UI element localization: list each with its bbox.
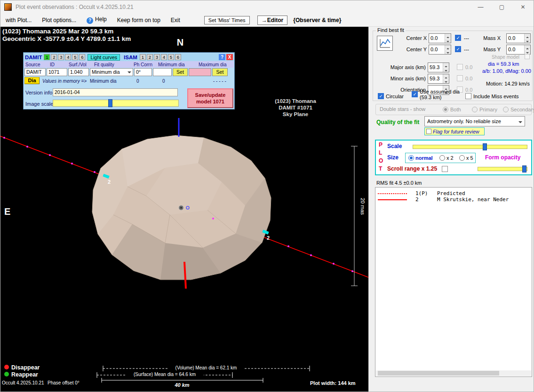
damit-tab-3[interactable]: 3	[58, 54, 64, 60]
damit-help-button[interactable]: ?	[219, 54, 225, 60]
minor-axis-checkbox[interactable]	[457, 75, 463, 81]
isam-label: ISAM	[124, 55, 137, 60]
plot-letter-t: T	[379, 165, 382, 172]
isam-tab-3[interactable]: 3	[154, 54, 160, 60]
image-scale-slider-thumb[interactable]	[108, 99, 112, 107]
observation-number: 2	[415, 196, 437, 203]
size-normal-radio[interactable]	[408, 155, 414, 161]
include-miss-checkbox[interactable]	[465, 93, 471, 99]
flag-review-checkbox[interactable]	[426, 129, 431, 134]
size-x2-radio[interactable]	[439, 155, 445, 161]
double-both-label: Both	[450, 107, 461, 112]
version-info-label: Version info	[25, 90, 52, 95]
minimum-dia-cell[interactable]	[153, 68, 172, 76]
scale-slider-thumb[interactable]	[483, 143, 487, 150]
ph-corrn-cell[interactable]: 0°	[134, 68, 152, 76]
rms-fit-label: RMS fit 4.5 ±0.0 km	[376, 180, 422, 186]
menu-with-plot[interactable]: with Plot...	[0, 17, 37, 24]
scrollbar-thumb[interactable]	[378, 371, 499, 376]
scroll-range-label: Scroll range x 1.25	[387, 165, 437, 172]
col-source: Source	[25, 62, 40, 67]
right-panel: Find best fit Center X 0.0 --- Mass X 0.…	[368, 27, 534, 392]
damit-label: DAMIT	[25, 55, 42, 60]
predicted-line-icon	[378, 193, 407, 194]
scale-slider[interactable]	[413, 145, 527, 149]
image-scale-slider[interactable]	[53, 100, 179, 107]
minimize-button[interactable]: —	[470, 0, 491, 14]
app-icon	[4, 3, 12, 11]
set-maximum-button[interactable]: Set	[212, 68, 228, 76]
isam-tab-2[interactable]: 2	[147, 54, 153, 60]
quality-dropdown[interactable]: Astrometry only. No reliable size	[424, 116, 525, 126]
dia-button[interactable]: Dia	[24, 77, 40, 84]
editor-button[interactable]: →Editor	[257, 16, 288, 25]
fit-quality-dropdown[interactable]: Minimum dia	[90, 68, 133, 76]
scroll-range-checkbox[interactable]	[442, 166, 448, 172]
shape-model-checkbox[interactable]	[525, 54, 530, 59]
col-fit-quality: Fit quality	[94, 62, 114, 67]
best-fit-chart-button[interactable]	[377, 36, 393, 51]
legend-disappear: Disappear	[11, 364, 40, 371]
close-button[interactable]: ✕	[512, 0, 534, 14]
list-horizontal-scrollbar[interactable]	[376, 370, 531, 376]
col-maximum-dia: Maximum dia	[199, 62, 226, 67]
sky-plane-canvas[interactable]: 2 2 (1023) Thomana 2025 Mar 20 59.3 km G…	[0, 27, 368, 392]
damit-tab-6[interactable]: 6	[79, 54, 85, 60]
size-normal-label: normal	[415, 155, 433, 161]
flag-review-box[interactable]: Flag for future review	[424, 127, 485, 135]
center-y-checkbox[interactable]	[455, 46, 461, 52]
minor-axis-spinner[interactable]: 59.3	[428, 74, 449, 84]
center-y-spinner[interactable]: 0.0	[429, 45, 451, 55]
damit-close-button[interactable]: X	[226, 54, 233, 60]
light-curves-button[interactable]: Light curves	[88, 54, 120, 61]
observation-name: Predicted	[437, 190, 465, 196]
angular-scale-bar	[351, 146, 358, 286]
maximize-button[interactable]: ▢	[491, 0, 512, 14]
damit-tab-4[interactable]: 4	[65, 54, 71, 60]
major-axis-spinner[interactable]: 59.3	[428, 63, 449, 72]
isam-tab-4[interactable]: 4	[161, 54, 167, 60]
observed-line-icon	[378, 199, 407, 200]
set-minimum-button[interactable]: Set	[173, 68, 188, 76]
observations-list[interactable]: 1(P) Predicted 2 M Skrutskie, near Neder	[375, 187, 532, 377]
double-primary-label: Primary	[479, 107, 497, 112]
col-minimum-dia: Minimum dia	[158, 62, 185, 67]
center-x-checkbox[interactable]	[455, 35, 461, 41]
major-axis-checkbox[interactable]	[457, 64, 463, 70]
maximum-dia-cell[interactable]	[189, 68, 211, 76]
double-primary-radio[interactable]	[472, 107, 478, 112]
form-opacity-slider[interactable]	[478, 167, 527, 171]
mass-x-spinner[interactable]: 0.0	[506, 33, 531, 43]
isam-tab-6[interactable]: 6	[175, 54, 181, 60]
menu-keep-on-top[interactable]: Keep form on top	[112, 17, 166, 24]
isam-tab-1[interactable]: 1	[140, 54, 146, 60]
set-miss-times-button[interactable]: Set 'Miss' Times	[204, 16, 250, 24]
circular-checkbox[interactable]	[378, 93, 384, 99]
damit-panel[interactable]: DAMIT 1 2 3 4 5 6 Light curves ISAM 1 2 …	[23, 52, 235, 110]
isam-tab-5[interactable]: 5	[168, 54, 174, 60]
list-item[interactable]: 2 M Skrutskie, near Neder	[378, 196, 531, 203]
major-axis-alt: 0.0	[465, 64, 472, 70]
orientation-alt: 0.0	[465, 87, 472, 93]
damit-tab-5[interactable]: 5	[72, 54, 78, 60]
observer-time-label[interactable]: {Observer & time}	[293, 17, 341, 24]
id-cell[interactable]: 1071	[47, 68, 67, 76]
damit-tab-1[interactable]: 1	[44, 54, 50, 60]
mass-y-spinner[interactable]: 0.0	[506, 45, 531, 55]
memory-minimum: 0	[162, 78, 165, 84]
use-assumed-checkbox[interactable]	[412, 91, 418, 97]
size-x5-radio[interactable]	[459, 155, 465, 161]
memory-fit-quality: Minimum dia	[90, 78, 117, 84]
menu-help[interactable]: ?Help	[81, 16, 112, 24]
list-item[interactable]: 1(P) Predicted	[378, 190, 531, 196]
menu-plot-options[interactable]: Plot options...	[37, 17, 81, 24]
save-update-model-button[interactable]: Save/updatemodel 1071	[187, 88, 233, 108]
form-opacity-slider-thumb[interactable]	[522, 165, 526, 172]
double-stars-title: Double stars - show	[380, 106, 425, 112]
menu-exit[interactable]: Exit	[166, 17, 185, 24]
damit-tab-2[interactable]: 2	[51, 54, 57, 60]
double-both-radio[interactable]	[443, 107, 448, 112]
surf-vol-cell: 1.040	[68, 68, 89, 76]
center-x-spinner[interactable]: 0.0	[429, 33, 451, 43]
double-secondary-radio[interactable]	[503, 107, 509, 112]
